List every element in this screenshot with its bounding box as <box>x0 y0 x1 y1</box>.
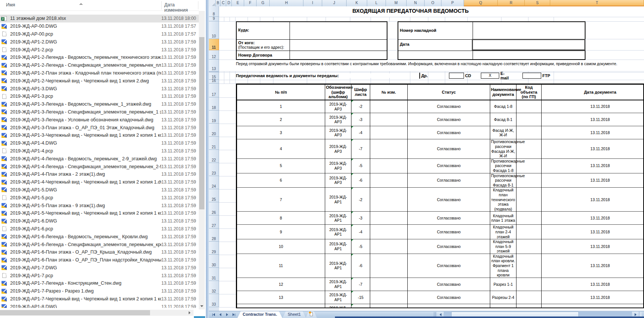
file-row[interactable]: 2019-ЖД-АР1-7.DWG 13.11.2018 17:59 <box>0 264 199 272</box>
cell-doc-name[interactable]: Кладочный план 5-9 этажей <box>490 239 516 254</box>
cell-doc-date[interactable]: 13.11.2018 <box>542 254 644 278</box>
cell-status[interactable]: Согласовано <box>408 225 490 239</box>
cell-doc-date[interactable]: 13.11.2018 <box>542 278 644 291</box>
cell-num[interactable]: 5 <box>237 158 325 173</box>
cell-album[interactable]: 2019-ЖД-АР3 <box>325 173 351 188</box>
file-row[interactable]: 2019-ЖД-АР1-4-Чертежный вид - Чертежный … <box>0 178 199 186</box>
file-row[interactable]: 2019-ЖД-АР1-7-Разрез - Разрез 1.dwg 13.1… <box>0 287 199 295</box>
column-header-E[interactable]: E <box>232 0 244 6</box>
cell-object-code[interactable] <box>516 126 542 139</box>
column-divider[interactable] <box>198 1 198 9</box>
explorer-vertical-scrollbar[interactable] <box>199 11 205 309</box>
cell-doc-name[interactable]: Фасад 8-1 <box>490 113 516 126</box>
file-row[interactable]: 2019-ЖД-АР1-6-Легенда - Спецификация_эле… <box>0 240 199 248</box>
cell-sheet-code[interactable]: -4 <box>351 126 370 139</box>
cell-sheet-code[interactable]: -15 <box>351 291 370 304</box>
cell-doc-name[interactable]: Разрез 1-1 <box>490 278 516 291</box>
file-row[interactable]: 2019-ЖД-АР1-6-План этажа - О_АР_ПЭ_План … <box>0 256 199 264</box>
file-row[interactable]: 2019-ЖД-АР1-7-Легенда - Конструкциям_Сте… <box>0 279 199 287</box>
cell-status[interactable]: Согласовано <box>408 291 490 304</box>
row-header-16[interactable]: 16 <box>209 80 219 84</box>
scrollbar-thumb[interactable] <box>0 310 150 315</box>
row-header-9[interactable]: 9 <box>209 17 219 21</box>
file-row[interactable]: 2019-ЖД-АР1-2.DWG 13.11.2018 17:59 <box>0 38 199 46</box>
row-header-13[interactable]: 13 <box>209 60 219 72</box>
cell-num[interactable]: 6 <box>237 173 325 188</box>
row-header-25[interactable]: 25 <box>209 189 219 202</box>
file-row[interactable]: 2019-ЖД-АР1-2-Легенда - Спецификация_эле… <box>0 61 199 69</box>
cell-object-code[interactable] <box>516 113 542 126</box>
table-header-cell[interactable]: Код объекта (по ГП) <box>516 85 542 100</box>
tab-contractor-trans[interactable]: Contractor Trans. <box>237 311 282 318</box>
file-row[interactable]: 2019-ЖД-АР1-5-Чертежный вид - Чертежный … <box>0 209 199 217</box>
cell-revision[interactable] <box>370 212 408 225</box>
cell-status[interactable]: Согласовано <box>408 100 490 113</box>
cell-album[interactable]: 2019-ЖД-АР1 <box>325 188 351 212</box>
row-header-28[interactable]: 28 <box>209 228 219 242</box>
cell-object-code[interactable] <box>516 304 542 308</box>
cell-doc-name[interactable]: Кладочный план 1 этажа <box>490 212 516 225</box>
cell-num[interactable]: 9 <box>237 225 325 239</box>
cell-sheet-code[interactable]: -5 <box>351 239 370 254</box>
row-header-18[interactable]: 18 <box>209 97 219 110</box>
row-header-22[interactable]: 22 <box>209 150 219 163</box>
file-row[interactable]: 11 этажный дом 2018.xlsx 13.11.2018 18:0… <box>0 15 199 22</box>
last-sheet-icon[interactable] <box>231 312 237 317</box>
file-row[interactable]: 2019-ЖД-АР1-6.pcp 13.11.2018 17:59 <box>0 225 199 233</box>
cell-status[interactable]: Согласовано <box>408 304 490 308</box>
cell-doc-name[interactable]: Противопожарные рассечки Фасада И-Ж, Ж-И <box>490 139 516 158</box>
active-cell-selection[interactable] <box>472 39 585 51</box>
cell-doc-date[interactable]: 13.11.2018 <box>542 225 644 239</box>
cell-num[interactable]: 7 <box>237 188 325 212</box>
cell-doc-name[interactable]: Разрезы 5-6 <box>490 304 516 308</box>
cell-sheet-code[interactable]: -7 <box>351 139 370 158</box>
cell-album[interactable]: 2019-ЖД-АР1 <box>325 304 351 308</box>
column-header-P[interactable]: P <box>441 0 464 6</box>
column-header-I[interactable]: I <box>303 0 322 6</box>
cell-doc-date[interactable]: 13.11.2018 <box>542 173 644 188</box>
cell-revision[interactable] <box>370 139 408 158</box>
scroll-right-icon[interactable] <box>189 311 191 314</box>
cell-doc-name[interactable]: Противопожарные рассечки Фасада 1-8 <box>490 158 516 173</box>
file-row[interactable]: 2019-ЖД-АР1-4-Легенда - Ведомость_перемы… <box>0 155 199 163</box>
row-header-26[interactable]: 26 <box>209 202 219 215</box>
cell-album[interactable]: 2019-ЖД-АР1 <box>325 254 351 278</box>
file-row[interactable]: 2019-ЖД-АР1-4-Легенда - Спецификация_эле… <box>0 163 199 170</box>
tab-sheet1[interactable]: Sheet1 <box>282 311 306 318</box>
cell-doc-date[interactable]: 13.11.2018 <box>542 158 644 173</box>
column-header-G[interactable]: G <box>257 0 270 6</box>
row-header-24[interactable]: 24 <box>209 176 219 189</box>
recipient-form-box[interactable]: Куда: От кого: (Поставщик и его адрес): … <box>236 21 387 60</box>
cell-num[interactable]: 4 <box>237 139 325 158</box>
table-header-cell[interactable]: Обозначение (шифр альбома) <box>325 85 351 100</box>
cell-revision[interactable] <box>370 113 408 126</box>
next-sheet-icon[interactable] <box>224 312 230 317</box>
table-header-cell[interactable]: Наименование документа <box>490 85 516 100</box>
cell-doc-date[interactable]: 13.11.2018 <box>542 126 644 139</box>
cell-album[interactable]: 2019-ЖД-АР3 <box>325 126 351 139</box>
cell-object-code[interactable] <box>516 188 542 212</box>
cell-object-code[interactable] <box>516 225 542 239</box>
row-header-30[interactable]: 30 <box>209 255 219 268</box>
column-header-S[interactable]: S <box>525 0 550 6</box>
cell-revision[interactable] <box>370 126 408 139</box>
cell-album[interactable]: 2019-ЖД-АР3 <box>325 100 351 113</box>
column-header-D[interactable]: D <box>226 0 232 6</box>
row-header-32[interactable]: 32 <box>209 281 219 294</box>
cell-doc-name[interactable]: Фасад И-Ж, Ж-И <box>490 126 516 139</box>
file-row[interactable]: 2019-ЖД-АР1-7-Чертежный вид - Чертежный … <box>0 295 199 303</box>
file-row[interactable]: 2019-ЖД-АР1-5.DWG 13.11.2018 17:59 <box>0 186 199 194</box>
cell-album[interactable]: 2019-ЖД-АР1 <box>325 212 351 225</box>
previous-sheet-icon[interactable] <box>217 312 223 317</box>
file-row[interactable]: 2019-ЖД-АР1-6.DWG 13.11.2018 17:59 <box>0 217 199 225</box>
row-header-19[interactable]: 19 <box>209 110 219 124</box>
select-all-corner[interactable] <box>209 0 216 6</box>
cell-sheet-code[interactable]: -3 <box>351 113 370 126</box>
file-row[interactable]: 2019-ЖД-АР1-5-План этажа - 9 этаж(1).dwg… <box>0 202 199 209</box>
worksheet-grid[interactable]: ВХОДЯЩАЯ ПЕРЕДАТОЧНАЯ ВЕДОМОСТЬ Куда: От… <box>219 6 644 311</box>
cell-doc-name[interactable]: Кладочный план 2-4 этажей <box>490 225 516 239</box>
cell-doc-name[interactable]: Кладочный план технического этажа (подва… <box>490 188 516 212</box>
media-checkbox[interactable]: X <box>481 73 499 79</box>
column-header-name[interactable]: Имя <box>6 2 15 7</box>
cell-num[interactable]: 12 <box>237 278 325 291</box>
